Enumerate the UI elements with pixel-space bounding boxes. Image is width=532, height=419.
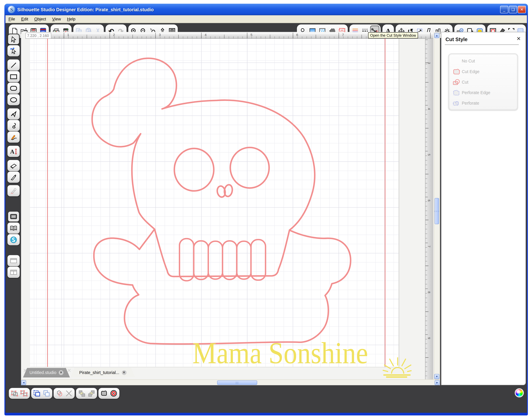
scroll-right-arrow[interactable]: ► xyxy=(435,380,440,385)
tab-close-icon[interactable]: ✕ xyxy=(122,370,126,375)
scroll-left-arrow[interactable]: ◄ xyxy=(21,380,26,385)
option-label: Cut xyxy=(462,80,469,85)
tool-eraser[interactable] xyxy=(8,160,20,171)
teeth xyxy=(180,239,266,281)
cut-edge-icon xyxy=(452,68,462,75)
bring-to-front-icon[interactable] xyxy=(77,389,86,398)
watermark-text: Mama Sonshine xyxy=(192,338,368,368)
scroll-up-arrow[interactable]: ▲ xyxy=(434,33,439,38)
minimize-button[interactable]: _ xyxy=(500,6,508,13)
tab-label: Untitled.studio xyxy=(29,370,56,375)
scroll-down-arrow[interactable]: ▼ xyxy=(434,374,439,379)
horizontal-scrollbar[interactable]: ◄ ||| ► xyxy=(21,380,440,385)
h-ruler-number: 1 xyxy=(67,33,69,37)
cut-icon-red xyxy=(452,79,462,86)
option-cut[interactable]: Cut xyxy=(452,77,515,87)
tool-select[interactable] xyxy=(8,34,20,45)
app-logo-icon: S xyxy=(8,6,15,13)
tooltip: Open the Cut Style Window xyxy=(368,32,418,38)
tool-freehand[interactable] xyxy=(8,131,20,143)
vertical-scrollbar[interactable]: ▲ === ▼ xyxy=(434,33,440,379)
tab-pirate-shirt-tutorial[interactable]: Pirate_shirt_tutorial... ✕ xyxy=(71,368,135,377)
tool-knife[interactable] xyxy=(8,171,20,183)
tab-untitled[interactable]: Untitled.studio ✕ xyxy=(23,368,70,377)
tool-store[interactable] xyxy=(8,234,20,245)
menu-edit[interactable]: Edit xyxy=(18,16,31,22)
color-wheel-icon[interactable] xyxy=(515,388,524,397)
canvas-area[interactable]: 1 2 3 4 5 6 7 7.220 , 2.160 xyxy=(21,32,440,385)
tool-rounded-rectangle[interactable] xyxy=(8,83,20,94)
maximize-button[interactable]: ❏ xyxy=(509,6,517,13)
convert-to-path-icon[interactable] xyxy=(99,389,109,398)
skull-crossbones-design[interactable] xyxy=(75,46,354,345)
option-perforate-edge[interactable]: Perforate Edge xyxy=(452,88,515,98)
option-perforate[interactable]: Perforate xyxy=(452,98,515,108)
tool-line[interactable] xyxy=(8,59,20,71)
tool-split-window[interactable] xyxy=(8,267,20,278)
panel-close-icon[interactable]: ✕ xyxy=(517,36,521,42)
tool-eyedropper[interactable] xyxy=(8,185,20,196)
h-ruler-number: 5 xyxy=(250,33,252,37)
menu-file[interactable]: File xyxy=(5,16,18,22)
registration-marks-icon[interactable] xyxy=(109,389,118,398)
tool-edit-points[interactable] xyxy=(8,45,20,56)
tool-polygon[interactable] xyxy=(8,108,20,119)
v-ruler-number: 7 xyxy=(427,246,431,247)
menu-view[interactable]: View xyxy=(49,16,64,22)
option-label: Cut Edge xyxy=(462,69,480,74)
left-eye xyxy=(174,148,214,191)
v-ruler-number: 8 xyxy=(427,291,431,293)
cut-style-panel: Cut Style ✕ No Cut Cut Edge Cut xyxy=(441,32,526,385)
right-margin-line xyxy=(385,39,385,367)
option-label: Perforate Edge xyxy=(462,90,490,95)
v-ruler-number: 6 xyxy=(427,200,431,201)
tool-library-view[interactable] xyxy=(8,223,20,234)
group-toolbar-group xyxy=(9,388,30,399)
tab-close-icon[interactable]: ✕ xyxy=(59,370,63,375)
skull-outline xyxy=(92,58,350,344)
perforate-edge-icon xyxy=(452,89,462,96)
tool-ellipse[interactable] xyxy=(8,94,20,105)
detach-lines-icon[interactable] xyxy=(64,389,74,398)
cut-style-options: No Cut Cut Edge Cut Perforate Edge xyxy=(448,53,518,110)
perforate-icon xyxy=(452,100,462,107)
watermark-sun-icon xyxy=(381,354,412,378)
svg-text:A: A xyxy=(10,148,14,155)
right-eye xyxy=(230,147,269,188)
ungroup-icon[interactable] xyxy=(20,389,29,398)
application-window: S Silhouette Studio Designer Edition: Pi… xyxy=(0,0,532,419)
tool-single-window[interactable] xyxy=(8,255,20,266)
window-body: File Edit Object View Help 3D xyxy=(4,15,528,416)
weld-toolbar-group xyxy=(54,388,75,399)
close-button[interactable]: ✕ xyxy=(518,6,526,13)
vertical-ruler: 3 4 5 6 7 8 9 xyxy=(425,39,433,380)
menu-object[interactable]: Object xyxy=(31,16,49,22)
menu-bar: File Edit Object View Help xyxy=(5,15,527,23)
tool-rectangle[interactable] xyxy=(8,71,20,82)
h-ruler-number: 2 xyxy=(113,33,115,37)
panel-title: Cut Style xyxy=(445,36,468,42)
left-margin-line xyxy=(47,39,48,367)
send-to-back-icon[interactable] xyxy=(87,389,96,398)
svg-text:M: M xyxy=(460,29,462,32)
tool-text[interactable]: A xyxy=(8,146,20,157)
v-ruler-number: 9 xyxy=(427,337,431,339)
vertical-scroll-thumb[interactable]: === xyxy=(435,198,439,224)
tool-curve[interactable] xyxy=(8,120,20,131)
weld-icon[interactable] xyxy=(55,389,64,398)
group-icon[interactable] xyxy=(10,389,19,398)
title-bar[interactable]: S Silhouette Studio Designer Edition: Pi… xyxy=(4,4,528,15)
option-no-cut[interactable]: No Cut xyxy=(452,56,515,66)
menu-help[interactable]: Help xyxy=(64,16,78,22)
make-compound-path-icon[interactable] xyxy=(32,389,41,398)
thumb-grip: ||| xyxy=(235,381,239,384)
horizontal-scroll-thumb[interactable]: ||| xyxy=(217,380,257,385)
h-ruler-number: 3 xyxy=(159,33,161,37)
thumb-grip: === xyxy=(434,210,440,213)
release-compound-path-icon[interactable] xyxy=(42,389,51,398)
option-cut-edge[interactable]: Cut Edge xyxy=(452,66,515,77)
option-label: Perforate xyxy=(462,101,479,106)
h-ruler-number: 4 xyxy=(205,33,207,37)
cursor-coordinates: 7.220 , 2.160 xyxy=(25,33,51,39)
tool-page[interactable] xyxy=(8,211,20,222)
